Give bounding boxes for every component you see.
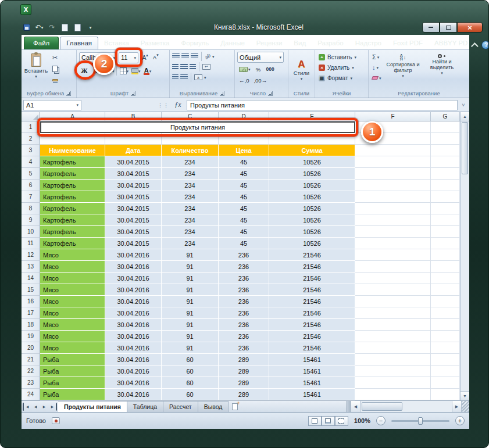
column-header-F[interactable]: F (355, 112, 431, 121)
data-cell[interactable]: 30.04.2015 (105, 226, 162, 238)
row-header-4[interactable]: 4 (22, 156, 40, 168)
help-icon[interactable]: ? (481, 41, 489, 49)
data-cell[interactable]: 236 (219, 331, 269, 342)
row-header-7[interactable]: 7 (22, 191, 40, 203)
cell[interactable] (355, 238, 431, 249)
cell[interactable] (431, 365, 460, 377)
name-cell[interactable]: Картофель (40, 214, 105, 226)
name-cell[interactable]: Картофель (40, 203, 105, 214)
data-cell[interactable]: 15461 (269, 365, 355, 377)
row-header-2[interactable]: 2 (22, 133, 40, 145)
row-header-22[interactable]: 22 (22, 365, 40, 377)
data-cell[interactable]: 10526 (269, 238, 355, 249)
cell[interactable] (355, 307, 431, 319)
row-header-9[interactable]: 9 (22, 214, 40, 226)
column-header-C[interactable]: C (162, 112, 219, 121)
row-header-3[interactable]: 3 (22, 145, 40, 156)
row-header-12[interactable]: 12 (22, 249, 40, 261)
row-header-21[interactable]: 21 (22, 354, 40, 365)
name-cell[interactable]: Рыба (40, 389, 105, 400)
normal-view-button[interactable] (308, 416, 322, 426)
name-cell[interactable]: Мясо (40, 342, 105, 354)
decrease-indent-icon[interactable] (172, 74, 179, 80)
tab-split-handle[interactable] (347, 401, 351, 412)
sheet-tab-0[interactable]: Продукты питания (58, 401, 127, 412)
row-header-16[interactable]: 16 (22, 296, 40, 307)
autosum-button[interactable]: Σ▾ (371, 52, 383, 62)
macro-record-button[interactable] (52, 417, 60, 424)
cell[interactable] (431, 191, 460, 203)
data-cell[interactable]: 21546 (269, 284, 355, 296)
cell[interactable] (355, 226, 431, 238)
font-color-button[interactable]: А▾ (142, 66, 153, 76)
data-cell[interactable]: 21546 (269, 261, 355, 273)
data-cell[interactable]: 30.04.2016 (105, 296, 162, 307)
data-cell[interactable]: 236 (219, 342, 269, 354)
column-header-E[interactable]: E (269, 112, 355, 121)
cell[interactable] (355, 273, 431, 284)
data-cell[interactable]: 91 (162, 261, 219, 273)
increase-indent-icon[interactable] (180, 74, 188, 80)
delete-cells-button[interactable]: × Удалить ▾ (317, 63, 366, 72)
close-button[interactable]: × (457, 22, 483, 33)
data-cell[interactable]: 60 (162, 365, 219, 377)
data-cell[interactable]: 10526 (269, 191, 355, 203)
cell[interactable] (269, 133, 355, 145)
data-cell[interactable]: 10526 (269, 203, 355, 214)
sort-filter-button[interactable]: АЯ ↓ Сортировка и фильтр ▾ (385, 52, 422, 89)
vertical-scroll-track[interactable] (461, 175, 469, 391)
maximize-button[interactable] (440, 22, 457, 33)
data-cell[interactable]: 21546 (269, 342, 355, 354)
formula-input[interactable]: Продукты питания (187, 100, 458, 110)
align-bottom-icon[interactable] (191, 53, 198, 59)
clear-button[interactable]: ▾ (371, 73, 383, 83)
cell[interactable] (431, 296, 460, 307)
cell[interactable] (431, 307, 460, 319)
customize-qat-button[interactable]: ▾ (85, 23, 95, 33)
data-cell[interactable]: 30.04.2016 (105, 284, 162, 296)
data-cell[interactable]: 236 (219, 307, 269, 319)
cell[interactable] (355, 284, 431, 296)
resize-grip[interactable] (461, 401, 469, 412)
dialog-launcher-icon[interactable] (131, 91, 135, 96)
data-cell[interactable]: 30.04.2016 (105, 319, 162, 331)
cell[interactable] (355, 156, 431, 168)
data-cell[interactable]: 30.04.2016 (105, 273, 162, 284)
page-layout-view-button[interactable] (322, 416, 335, 426)
cell[interactable] (355, 180, 431, 191)
copy-button[interactable] (50, 64, 60, 74)
ribbon-tab-1[interactable]: Главная (60, 37, 98, 49)
last-sheet-button[interactable]: ▶ (49, 403, 57, 411)
row-header-18[interactable]: 18 (22, 319, 40, 331)
table-header-cell[interactable]: Количество (162, 145, 219, 156)
data-cell[interactable]: 234 (162, 156, 219, 168)
merge-center-icon[interactable]: a (194, 74, 202, 80)
data-cell[interactable]: 21546 (269, 273, 355, 284)
name-cell[interactable]: Мясо (40, 284, 105, 296)
data-cell[interactable]: 30.04.2015 (105, 214, 162, 226)
data-cell[interactable]: 91 (162, 307, 219, 319)
font-name-select[interactable]: Calibri▾ (79, 52, 117, 63)
data-cell[interactable]: 30.04.2016 (105, 342, 162, 354)
data-cell[interactable]: 30.04.2015 (105, 238, 162, 249)
cell[interactable] (431, 331, 460, 342)
cell[interactable] (355, 365, 431, 377)
paste-button[interactable]: Вставить ▾ (24, 52, 48, 89)
ribbon-tab-9[interactable]: Надстро (349, 37, 387, 49)
dialog-launcher-icon[interactable] (220, 91, 224, 96)
decrease-decimal-button[interactable]: ,00→ (252, 76, 269, 85)
data-cell[interactable]: 30.04.2016 (105, 331, 162, 342)
column-header-G[interactable]: G (431, 112, 460, 121)
percent-format-button[interactable]: % (254, 64, 263, 74)
row-header-1[interactable]: 1 (22, 121, 40, 133)
cell[interactable] (355, 296, 431, 307)
select-all-corner[interactable] (22, 112, 40, 121)
name-cell[interactable]: Мясо (40, 249, 105, 261)
data-cell[interactable]: 91 (162, 296, 219, 307)
data-cell[interactable]: 91 (162, 249, 219, 261)
chevron-down-icon[interactable]: ▾ (112, 69, 115, 73)
data-cell[interactable]: 236 (219, 249, 269, 261)
fill-color-button[interactable]: ▾ (130, 66, 142, 76)
name-cell[interactable]: Мясо (40, 331, 105, 342)
zoom-level[interactable]: 100% (354, 417, 370, 424)
